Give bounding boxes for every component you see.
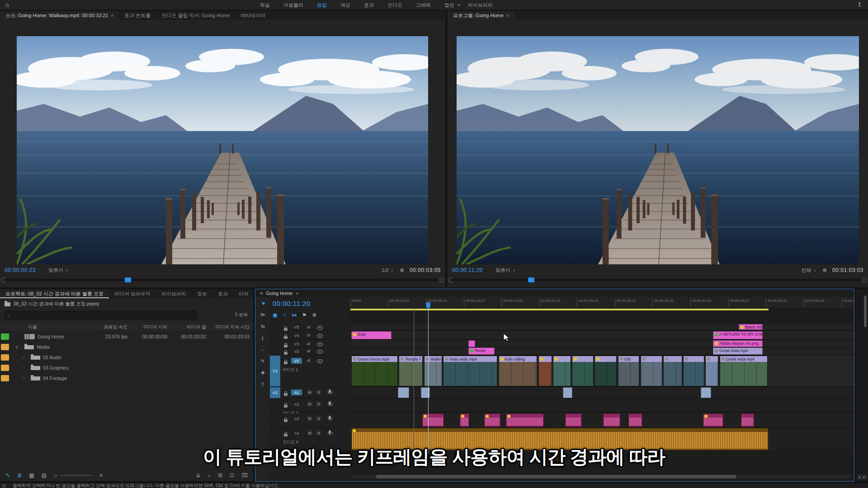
program-resolution-dropdown[interactable]: 전체∨	[801, 267, 816, 274]
zoom-handle-right[interactable]	[862, 277, 867, 283]
workspace-tab-[interactable]: 어셈블리	[283, 2, 303, 9]
program-playhead[interactable]	[528, 277, 534, 282]
clip-video[interactable]	[683, 356, 704, 386]
workspace-overflow-chevron[interactable]: »	[458, 2, 460, 7]
column-name[interactable]: 이름	[6, 324, 94, 330]
column-media-start[interactable]: 미디어 시작	[131, 324, 171, 330]
lock-icon[interactable]	[284, 328, 288, 331]
voiceover-mic-icon[interactable]	[329, 416, 331, 419]
clip-audio-pink[interactable]	[703, 413, 724, 427]
clip-old[interactable]: Old	[618, 356, 640, 386]
track-button-v4[interactable]: V4	[291, 333, 302, 338]
clip-audio-small[interactable]	[421, 387, 430, 398]
eye-icon[interactable]	[317, 350, 323, 354]
source-resolution-dropdown[interactable]: 1/2∨	[382, 267, 393, 273]
linked-selection-icon[interactable]: ⋈	[292, 312, 297, 318]
clip-video[interactable]	[641, 356, 662, 386]
tab-program[interactable]: 프로그램: Going Home≡	[448, 11, 514, 20]
panel-menu-icon[interactable]: ≡	[111, 13, 113, 18]
clip-audio-pink[interactable]	[460, 413, 469, 427]
track-header-v1[interactable]: V1V1⇄비디오 1	[270, 356, 350, 387]
clip-great-vista-mp4[interactable]: Great vista.mp4	[720, 356, 768, 386]
tab-[interactable]: 마커	[233, 289, 254, 298]
project-search-input[interactable]: ⌕	[4, 311, 198, 319]
clip-great-vista-mp4[interactable]: Great vista.mp4	[713, 347, 763, 355]
sync-lock-icon[interactable]: ⇄	[307, 349, 311, 353]
clip-audio-small[interactable]	[398, 387, 410, 398]
track-button-a4[interactable]: A4	[291, 430, 302, 436]
track-button-v2[interactable]: V2	[291, 348, 302, 354]
clip-a-return-to-my-child[interactable]: A RETURN TO MY CHILD	[713, 331, 763, 339]
clip-audio-pink[interactable]	[422, 413, 444, 427]
voiceover-mic-icon[interactable]	[329, 430, 331, 434]
clip-audio-pink[interactable]	[741, 413, 754, 427]
clip-video[interactable]	[572, 356, 594, 386]
project-breadcrumb[interactable]: 08_02 시간 경과에 따른 볼륨 조정.prproj	[0, 299, 253, 309]
clip-walke[interactable]: Walke	[424, 356, 442, 386]
track-header-a2[interactable]: A2MS오디오 2	[270, 399, 350, 412]
zoom-slider[interactable]: ○	[54, 472, 57, 479]
lock-icon[interactable]	[284, 434, 288, 436]
work-area-bar[interactable]	[350, 309, 769, 310]
voiceover-mic-icon[interactable]	[329, 401, 331, 405]
disclosure-chevron[interactable]: ›	[19, 366, 28, 370]
automate-to-sequence-button[interactable]: ⇊	[196, 472, 200, 479]
workspace-tab-[interactable]: 편집	[317, 2, 327, 9]
hand-tool[interactable]: ✚	[260, 370, 264, 376]
mute-button[interactable]: M	[307, 416, 312, 421]
find-button[interactable]: ⌕	[208, 472, 211, 479]
insert-overwrite-toggle-icon[interactable]: ▣	[273, 312, 277, 318]
type-tool[interactable]: T	[261, 382, 264, 387]
clip-audio-pink[interactable]	[565, 413, 582, 427]
sync-lock-icon[interactable]: ⇄	[307, 333, 311, 338]
column-media-end[interactable]: 미디어 끝	[171, 324, 210, 330]
track-header-v5[interactable]: V5⇄	[270, 324, 350, 330]
solo-button[interactable]: S	[316, 430, 321, 436]
project-row-going-home[interactable]: Going Home23.976 fps00:00:00:0000:01:03:…	[0, 332, 253, 342]
eye-icon[interactable]	[317, 334, 323, 338]
clip-audio-pink[interactable]	[603, 413, 620, 427]
clip-video[interactable]	[663, 356, 682, 386]
eye-icon[interactable]	[317, 343, 323, 347]
track-header-v4[interactable]: V4⇄	[270, 331, 350, 340]
lock-icon[interactable]	[284, 336, 288, 339]
scroll-button-right[interactable]: ▸	[861, 474, 867, 480]
wrench-settings-icon[interactable]: ⚙	[400, 267, 404, 273]
lock-icon[interactable]	[284, 393, 288, 396]
workspace-tab-[interactable]: 라이브러리	[468, 2, 493, 9]
clip-video[interactable]	[538, 356, 552, 386]
clip-kids-rolling[interactable]: Kids rolling	[499, 356, 538, 386]
voiceover-mic-icon[interactable]	[329, 389, 331, 393]
tab-[interactable]: 미디어 브라우저	[109, 289, 156, 298]
sync-lock-icon[interactable]: ⇄	[307, 358, 311, 363]
track-lane-v3[interactable]	[350, 340, 854, 347]
wrench-settings-icon[interactable]: ⚙	[822, 267, 827, 273]
freeform-view-button[interactable]: ▤	[41, 472, 46, 479]
tab-[interactable]: 라이브러리	[156, 289, 192, 298]
disclosure-chevron[interactable]: ›	[19, 376, 28, 380]
clip-expl[interactable]: Expl	[351, 331, 392, 339]
home-icon[interactable]: ⌂	[5, 1, 9, 8]
project-row-04-footage[interactable]: ›04 Footage	[0, 373, 253, 384]
snap-icon[interactable]: ∩	[283, 312, 286, 318]
track-button-a3[interactable]: A3	[291, 416, 302, 422]
clip-black-vid[interactable]: Black Vid	[739, 324, 763, 330]
mute-button[interactable]: M	[307, 430, 312, 436]
clip-audio-pink[interactable]	[484, 413, 500, 427]
clip-temple-f[interactable]: Temple f	[399, 356, 423, 386]
list-view-button[interactable]: ≣	[17, 472, 22, 479]
clip-video[interactable]	[553, 356, 571, 386]
tab-[interactable]: 효과 컨트롤	[119, 11, 156, 20]
track-button-v1[interactable]: V1	[291, 358, 302, 364]
track-button-a1[interactable]: A1	[291, 389, 302, 395]
timeline-horizontal-scrollbar[interactable]	[351, 475, 851, 479]
program-scrub-bar[interactable]	[448, 277, 868, 283]
clip-audio-pink[interactable]	[628, 413, 642, 427]
add-marker-button[interactable]: ⚑	[302, 312, 307, 318]
panel-menu-icon[interactable]: ≡	[506, 13, 509, 18]
clip-audio-pink[interactable]	[506, 413, 544, 427]
lock-icon[interactable]	[284, 361, 288, 364]
new-item-button[interactable]: ⊡	[230, 472, 234, 479]
tab-[interactable]: 메타데이터	[235, 11, 271, 20]
track-lane-a2[interactable]	[350, 399, 854, 412]
